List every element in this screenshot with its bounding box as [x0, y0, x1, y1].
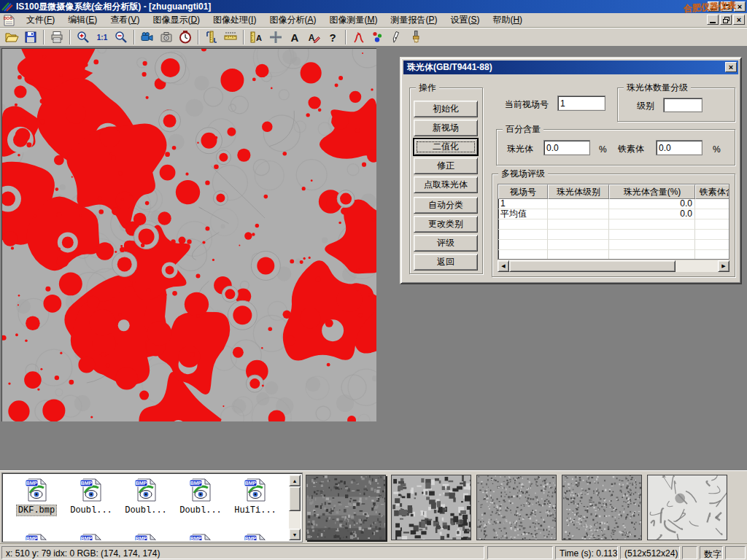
binarize-button[interactable]: 二值化 [414, 139, 478, 155]
col-pearlite-level: 珠光体级别 [548, 184, 609, 199]
dialog-title-bar[interactable]: 珠光体(GB/T9441-88) × [403, 61, 738, 74]
scroll-left-button[interactable]: ◀ [498, 260, 509, 272]
menu-image-display[interactable]: 图像显示(D) [146, 12, 206, 28]
thumbnail-image[interactable] [391, 475, 471, 540]
mdi-workspace: 珠光体(GB/T9441-88) × 操作 初始化 新视场 二值化 修正 点取珠… [0, 47, 747, 470]
scrollbar-track[interactable] [676, 260, 718, 272]
metallographic-image[interactable] [1, 48, 376, 421]
file-item[interactable]: Doubl... [65, 478, 117, 516]
cell-ferrite [695, 209, 729, 219]
ferrite-percent-input[interactable] [656, 140, 703, 155]
menu-help[interactable]: 帮助(H) [486, 12, 529, 28]
svg-text:DOC: DOC [4, 16, 12, 20]
col-field-number: 视场号 [498, 184, 548, 199]
pen-nib-icon [390, 30, 404, 44]
thumbnail-image[interactable] [306, 475, 386, 540]
pick-pearlite-button[interactable]: 点取珠光体 [414, 176, 478, 193]
mdi-close-icon: × [737, 16, 741, 24]
count-points-button[interactable] [368, 28, 387, 46]
scrollbar-track[interactable] [289, 511, 301, 529]
ruler-button[interactable] [221, 28, 240, 46]
mdi-close-button[interactable]: × [733, 15, 745, 25]
brush-tool-button[interactable] [406, 28, 425, 46]
status-panel-empty [487, 546, 553, 559]
video-capture-button[interactable] [138, 28, 157, 46]
annotate-button[interactable]: A [304, 28, 323, 46]
toolbar-separator [243, 30, 244, 44]
zoom-out-button[interactable] [112, 28, 131, 46]
file-item[interactable]: Doubl... [174, 478, 227, 516]
time-status: Time (s): 0.113 [555, 546, 618, 559]
maximize-button[interactable] [721, 1, 732, 12]
application-window: BMP IS100显微摄像系统(金相分析版) - [zhuguangti01] … [0, 0, 747, 560]
level-input[interactable] [663, 98, 703, 112]
file-item[interactable]: Doubl... [120, 478, 172, 516]
current-field-input[interactable] [557, 96, 605, 111]
thumbnail-image[interactable] [562, 475, 642, 540]
bmp-file-icon [24, 533, 49, 540]
mdi-minimize-button[interactable] [707, 15, 719, 25]
file-item-partial[interactable] [65, 533, 117, 540]
grading-table[interactable]: 视场号 珠光体级别 珠光体含量(%) 铁素体含量(%) 1 0.0 平均值 0.… [498, 184, 729, 260]
return-button[interactable]: 返回 [414, 254, 478, 271]
init-button[interactable]: 初始化 [414, 101, 478, 117]
change-class-button[interactable]: 更改类别 [414, 216, 478, 233]
pick-tool-button[interactable] [387, 28, 406, 46]
snapshot-button[interactable] [157, 28, 176, 46]
svg-text:?: ? [329, 31, 336, 44]
close-icon: × [738, 3, 742, 11]
correct-button[interactable]: 修正 [414, 158, 478, 174]
menu-image-measure[interactable]: 图像测量(M) [322, 12, 384, 28]
file-item[interactable]: DKF.bmp [10, 478, 63, 516]
scroll-right-button[interactable]: ▶ [718, 260, 729, 272]
menu-measure-report[interactable]: 测量报告(P) [384, 12, 444, 28]
menu-file[interactable]: 文件(F) [20, 12, 61, 28]
new-field-button[interactable]: 新视场 [414, 120, 478, 136]
dialog-close-button[interactable]: × [725, 62, 737, 72]
file-item-partial[interactable] [229, 533, 282, 540]
auto-classify-button[interactable]: 自动分类 [414, 197, 478, 214]
actual-size-button[interactable]: 1:1 [93, 28, 112, 46]
scrollbar-thumb[interactable] [289, 486, 301, 511]
file-item-partial[interactable] [174, 533, 227, 540]
menu-edit[interactable]: 编辑(E) [61, 12, 104, 28]
thumbnail-image[interactable] [647, 475, 727, 540]
menu-view[interactable]: 查看(V) [104, 12, 146, 28]
timer-button[interactable] [176, 28, 195, 46]
zoom-in-button[interactable] [74, 28, 93, 46]
scroll-up-button[interactable]: ▲ [289, 475, 301, 486]
text-button[interactable]: A [285, 28, 304, 46]
help-icon: ? [325, 30, 340, 44]
caliper-button[interactable] [202, 28, 221, 46]
bmp-file-icon [243, 478, 268, 502]
pearlite-percent-input[interactable] [543, 140, 590, 155]
measure-label-button[interactable]: A [247, 28, 266, 46]
file-name: Doubl... [123, 505, 169, 516]
table-row[interactable]: 平均值 0.0 [498, 209, 729, 219]
file-browser-scrollbar[interactable]: ▲ ▼ [289, 475, 301, 540]
open-button[interactable] [2, 28, 21, 46]
save-button[interactable] [21, 28, 40, 46]
curve-tool-button[interactable] [349, 28, 368, 46]
menu-image-analysis[interactable]: 图像分析(A) [263, 12, 322, 28]
table-row[interactable]: 1 0.0 [498, 199, 729, 209]
table-horizontal-scrollbar[interactable]: ◀ ▶ [498, 260, 729, 272]
file-item-partial[interactable] [10, 533, 63, 540]
file-item[interactable]: HuiTi... [229, 478, 282, 516]
mdi-restore-button[interactable] [720, 15, 732, 25]
menu-settings[interactable]: 设置(S) [444, 12, 486, 28]
help-button[interactable]: ? [323, 28, 342, 46]
print-button[interactable] [47, 28, 66, 46]
minimize-button[interactable] [708, 1, 719, 12]
scrollbar-thumb[interactable] [509, 260, 676, 272]
title-bar[interactable]: IS100显微摄像系统(金相分析版) - [zhuguangti01] × [0, 0, 747, 13]
thumbnail-image[interactable] [476, 475, 557, 540]
menu-image-process[interactable]: 图像处理(I) [206, 12, 263, 28]
one-to-one-icon: 1:1 [95, 30, 109, 44]
file-item-partial[interactable] [120, 533, 172, 540]
close-button[interactable]: × [734, 1, 746, 12]
current-field-label: 当前视场号 [505, 98, 549, 110]
grid-button[interactable] [266, 28, 285, 46]
scroll-down-button[interactable]: ▼ [289, 529, 301, 540]
grade-button[interactable]: 评级 [414, 235, 478, 252]
